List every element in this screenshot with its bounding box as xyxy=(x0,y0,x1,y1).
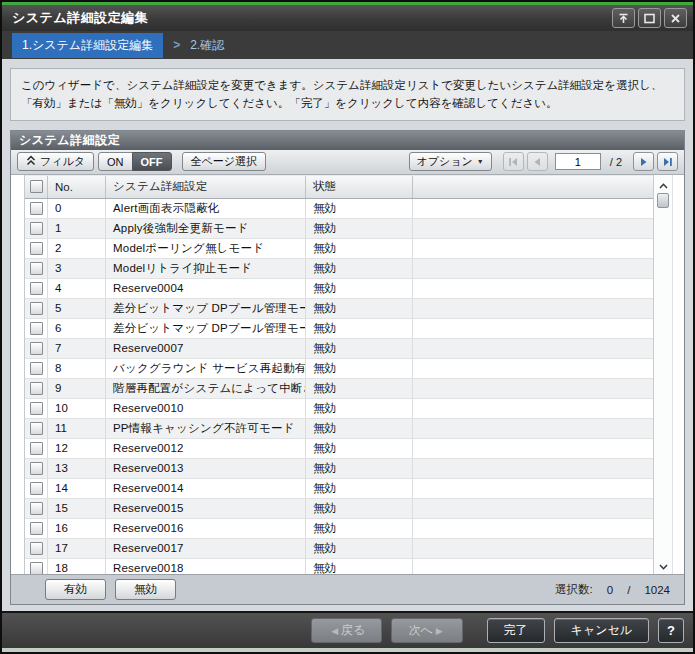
table-row[interactable]: 0 Alert画面表示隠蔽化 無効 xyxy=(25,199,653,219)
table-row[interactable]: 11 PP情報キャッシング不許可モード 無効 xyxy=(25,419,653,439)
row-no: 12 xyxy=(48,439,106,458)
prev-page-icon xyxy=(532,153,542,171)
next-page-button[interactable] xyxy=(633,152,654,171)
row-checkbox[interactable] xyxy=(30,462,43,475)
row-setting-name: 差分ビットマップ DPプール管理モード(... xyxy=(106,299,306,318)
row-status: 無効 xyxy=(306,199,413,218)
table-row[interactable]: 9 階層再配置がシステムによって中断さ... 無効 xyxy=(25,379,653,399)
row-checkbox-cell xyxy=(25,499,48,518)
next-page-icon xyxy=(639,153,649,171)
vertical-scrollbar[interactable] xyxy=(653,175,673,574)
row-filler xyxy=(413,559,653,574)
last-page-button[interactable] xyxy=(657,152,678,171)
cancel-button[interactable]: キャンセル xyxy=(554,618,649,643)
scroll-up-button[interactable] xyxy=(659,177,668,191)
column-header-setting[interactable]: システム詳細設定 xyxy=(106,176,306,198)
dialog-title: システム詳細設定編集 xyxy=(12,9,609,27)
table-row[interactable]: 16 Reserve0016 無効 xyxy=(25,519,653,539)
first-page-button[interactable] xyxy=(503,152,524,171)
options-button[interactable]: オプション ▼ xyxy=(409,152,492,171)
content-area: このウィザードで、システム詳細設定を変更できます。システム詳細設定リストで変更し… xyxy=(2,59,693,611)
table-row[interactable]: 18 Reserve0018 無効 xyxy=(25,559,653,574)
row-checkbox[interactable] xyxy=(30,342,43,355)
row-setting-name: バックグラウンド サービス再起動有効化 xyxy=(106,359,306,378)
page-number-input[interactable] xyxy=(555,153,601,170)
select-all-checkbox[interactable] xyxy=(30,180,43,193)
finish-button[interactable]: 完了 xyxy=(487,618,545,643)
column-header-no[interactable]: No. xyxy=(48,176,106,198)
wizard-description: このウィザードで、システム詳細設定を変更できます。システム詳細設定リストで変更し… xyxy=(10,68,685,121)
table-row[interactable]: 17 Reserve0017 無効 xyxy=(25,539,653,559)
filter-off-button[interactable]: OFF xyxy=(132,152,172,171)
scrollbar-thumb[interactable] xyxy=(657,193,669,208)
table-row[interactable]: 14 Reserve0014 無効 xyxy=(25,479,653,499)
rollup-icon xyxy=(617,12,630,25)
first-page-icon xyxy=(508,153,518,171)
row-checkbox-cell xyxy=(25,319,48,338)
row-no: 5 xyxy=(48,299,106,318)
table-row[interactable]: 13 Reserve0013 無効 xyxy=(25,459,653,479)
table-row[interactable]: 6 差分ビットマップ DPプール管理モード(... 無効 xyxy=(25,319,653,339)
table-row[interactable]: 3 Modelリトライ抑止モード 無効 xyxy=(25,259,653,279)
row-no: 0 xyxy=(48,199,106,218)
selection-label: 選択数: xyxy=(555,582,593,597)
table: No. システム詳細設定 状態 0 Alert画面表示隠蔽化 xyxy=(11,175,684,574)
row-checkbox-cell xyxy=(25,539,48,558)
row-checkbox-cell xyxy=(25,479,48,498)
maximize-button[interactable] xyxy=(638,8,661,28)
row-checkbox[interactable] xyxy=(30,482,43,495)
row-checkbox[interactable] xyxy=(30,542,43,555)
close-button[interactable] xyxy=(664,8,687,28)
row-no: 7 xyxy=(48,339,106,358)
disable-button[interactable]: 無効 xyxy=(115,579,176,600)
table-row[interactable]: 7 Reserve0007 無効 xyxy=(25,339,653,359)
row-setting-name: Reserve0007 xyxy=(106,339,306,358)
back-button[interactable]: ◀ 戻る xyxy=(311,618,382,643)
row-checkbox[interactable] xyxy=(30,242,43,255)
row-checkbox[interactable] xyxy=(30,562,43,574)
row-checkbox[interactable] xyxy=(30,522,43,535)
table-row[interactable]: 10 Reserve0010 無効 xyxy=(25,399,653,419)
titlebar[interactable]: システム詳細設定編集 xyxy=(2,5,693,31)
table-row[interactable]: 2 Modelポーリング無しモード 無効 xyxy=(25,239,653,259)
table-row[interactable]: 15 Reserve0015 無効 xyxy=(25,499,653,519)
row-checkbox[interactable] xyxy=(30,502,43,515)
row-no: 17 xyxy=(48,539,106,558)
row-setting-name: Reserve0004 xyxy=(106,279,306,298)
table-row[interactable]: 12 Reserve0012 無効 xyxy=(25,439,653,459)
table-row[interactable]: 8 バックグラウンド サービス再起動有効化 無効 xyxy=(25,359,653,379)
last-page-icon xyxy=(663,153,673,171)
row-checkbox[interactable] xyxy=(30,402,43,415)
row-checkbox[interactable] xyxy=(30,382,43,395)
table-row[interactable]: 1 Apply後強制全更新モード 無効 xyxy=(25,219,653,239)
filter-button[interactable]: フィルタ xyxy=(17,152,94,171)
row-checkbox[interactable] xyxy=(30,282,43,295)
enable-button[interactable]: 有効 xyxy=(45,579,106,600)
row-status: 無効 xyxy=(306,219,413,238)
row-checkbox[interactable] xyxy=(30,222,43,235)
help-button[interactable]: ? xyxy=(658,618,684,643)
scroll-down-button[interactable] xyxy=(659,558,668,572)
row-no: 14 xyxy=(48,479,106,498)
row-status: 無効 xyxy=(306,339,413,358)
table-row[interactable]: 4 Reserve0004 無効 xyxy=(25,279,653,299)
row-checkbox[interactable] xyxy=(30,262,43,275)
prev-page-button[interactable] xyxy=(527,152,548,171)
row-checkbox[interactable] xyxy=(30,422,43,435)
column-header-status[interactable]: 状態 xyxy=(306,176,413,198)
row-status: 無効 xyxy=(306,239,413,258)
filter-on-button[interactable]: ON xyxy=(98,152,133,171)
next-button[interactable]: 次へ ▶ xyxy=(391,618,462,643)
table-row[interactable]: 5 差分ビットマップ DPプール管理モード(... 無効 xyxy=(25,299,653,319)
system-settings-panel: システム詳細設定 フィルタ ON OFF 全ページ選択 オプション xyxy=(10,130,685,605)
rollup-button[interactable] xyxy=(612,8,635,28)
row-checkbox[interactable] xyxy=(30,202,43,215)
row-no: 6 xyxy=(48,319,106,338)
row-checkbox[interactable] xyxy=(30,442,43,455)
row-checkbox-cell xyxy=(25,219,48,238)
row-checkbox[interactable] xyxy=(30,322,43,335)
row-checkbox[interactable] xyxy=(30,302,43,315)
row-checkbox[interactable] xyxy=(30,362,43,375)
row-setting-name: Reserve0013 xyxy=(106,459,306,478)
select-all-pages-button[interactable]: 全ページ選択 xyxy=(182,152,267,171)
